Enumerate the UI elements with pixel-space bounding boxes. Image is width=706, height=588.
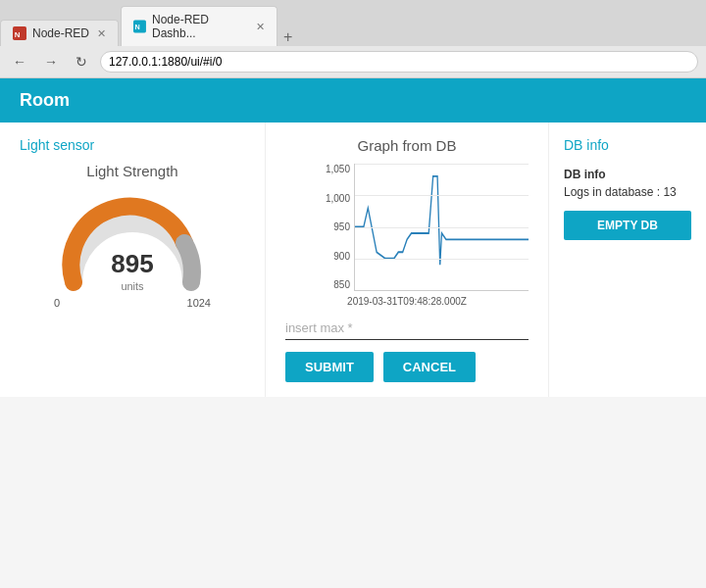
address-bar: ← → ↻ bbox=[0, 46, 706, 77]
y-label-3: 950 bbox=[321, 221, 350, 232]
tab-bar: N Node-RED ✕ N Node-RED Dashb... ✕ + bbox=[0, 0, 706, 46]
y-label-2: 900 bbox=[321, 251, 350, 262]
chart-timestamp: 2019-03-31T09:48:28.000Z bbox=[285, 296, 529, 307]
empty-db-button[interactable]: EMPTY DB bbox=[564, 211, 691, 240]
chart-area: 1,050 1,000 950 900 850 bbox=[354, 164, 529, 291]
app-header: Room bbox=[0, 78, 706, 122]
graph-title: Graph from DB bbox=[285, 137, 529, 154]
form-area: SUBMIT CANCEL bbox=[285, 317, 529, 382]
svg-text:N: N bbox=[135, 23, 140, 31]
db-panel-title: DB info bbox=[564, 137, 691, 153]
db-info-label: DB info bbox=[564, 168, 691, 181]
light-sensor-panel: Light sensor Light Strength 895 units 0 … bbox=[0, 122, 265, 397]
y-label-5: 1,050 bbox=[321, 164, 350, 174]
form-buttons: SUBMIT CANCEL bbox=[285, 352, 529, 382]
address-input[interactable] bbox=[100, 51, 698, 73]
gauge-container: 895 units bbox=[54, 189, 211, 297]
node-red-icon: N bbox=[13, 26, 26, 40]
svg-text:N: N bbox=[15, 30, 21, 39]
y-label-1: 850 bbox=[321, 279, 350, 290]
cancel-button[interactable]: CANCEL bbox=[383, 352, 476, 382]
y-label-4: 1,000 bbox=[321, 193, 350, 204]
chart-wrapper: 1,050 1,000 950 900 850 bbox=[320, 164, 529, 291]
db-logs-text: Logs in database : 13 bbox=[564, 185, 691, 199]
tab-node-red[interactable]: N Node-RED ✕ bbox=[0, 20, 119, 46]
grid-line-2 bbox=[355, 195, 529, 196]
submit-button[interactable]: SUBMIT bbox=[285, 352, 374, 382]
grid-line-3 bbox=[355, 227, 529, 228]
reload-button[interactable]: ↻ bbox=[71, 52, 92, 72]
db-info-panel: DB info DB info Logs in database : 13 EM… bbox=[549, 122, 706, 397]
graph-panel: Graph from DB 1,050 1,000 950 900 850 bbox=[265, 122, 549, 397]
gauge-unit: units bbox=[121, 280, 143, 292]
tab-add-button[interactable]: + bbox=[283, 28, 292, 46]
tab-node-red-dashboard[interactable]: N Node-RED Dashb... ✕ bbox=[121, 6, 277, 46]
grid-line-1 bbox=[355, 164, 529, 165]
browser-chrome: N Node-RED ✕ N Node-RED Dashb... ✕ + ← →… bbox=[0, 0, 706, 78]
page-title: Room bbox=[20, 90, 70, 110]
chart-y-labels: 1,050 1,000 950 900 850 bbox=[321, 164, 350, 290]
tab-close-1[interactable]: ✕ bbox=[97, 27, 106, 40]
gauge-value: 895 bbox=[111, 249, 153, 279]
node-red-dashboard-icon: N bbox=[133, 20, 146, 33]
grid-line-4 bbox=[355, 259, 529, 260]
tab-label: Node-RED bbox=[32, 26, 89, 40]
tab-label-2: Node-RED Dashb... bbox=[152, 13, 248, 40]
gauge-labels: 0 1024 bbox=[54, 297, 211, 309]
back-button[interactable]: ← bbox=[8, 52, 31, 72]
tab-close-2[interactable]: ✕ bbox=[256, 21, 265, 33]
gauge-min: 0 bbox=[54, 297, 60, 309]
light-sensor-title: Light sensor bbox=[20, 137, 245, 153]
gauge-max: 1024 bbox=[187, 297, 211, 309]
main-content: Light sensor Light Strength 895 units 0 … bbox=[0, 122, 706, 397]
insert-max-input[interactable] bbox=[285, 317, 529, 340]
gauge-title: Light Strength bbox=[20, 163, 245, 179]
forward-button[interactable]: → bbox=[39, 52, 63, 72]
